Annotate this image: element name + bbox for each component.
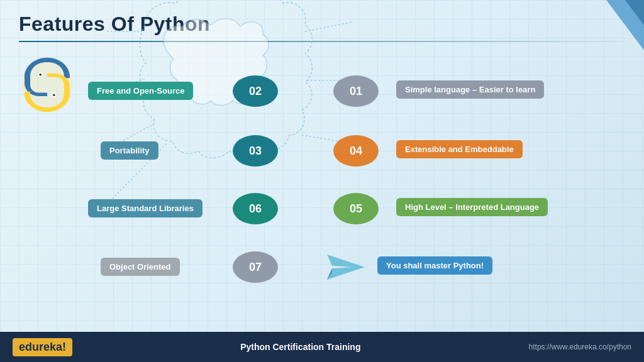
footer-url: https://www.edureka.co/python <box>529 343 631 351</box>
python-logo <box>19 57 75 113</box>
oval-04: 04 <box>333 135 379 167</box>
svg-point-4 <box>39 74 42 76</box>
label-simple-language: Simple language – Easier to learn <box>396 80 544 99</box>
svg-point-6 <box>53 94 55 96</box>
oval-06: 06 <box>233 193 278 224</box>
footer-logo-box: edureka! <box>13 338 72 356</box>
slide: Features Of Python <box>0 0 644 362</box>
footer-brand-name: edureka! <box>19 341 66 353</box>
label-portability: Portability <box>101 141 158 160</box>
oval-01: 01 <box>333 75 379 107</box>
label-large-libraries: Large Standard Libraries <box>88 199 203 217</box>
label-object-oriented: Object Oriented <box>101 258 180 276</box>
footer-brand: edureka! <box>13 338 72 356</box>
cloud-connector <box>107 0 352 220</box>
label-free-open-source: Free and Open-Source <box>88 82 193 100</box>
label-master-python: You shall master Python! <box>377 256 492 275</box>
footer: edureka! Python Certification Training h… <box>0 332 644 362</box>
oval-02: 02 <box>233 75 278 107</box>
svg-marker-14 <box>327 255 365 280</box>
oval-05: 05 <box>333 193 379 224</box>
oval-03: 03 <box>233 135 278 167</box>
oval-07: 07 <box>233 251 278 283</box>
label-extensible: Extensible and Embeddable <box>396 140 523 158</box>
label-high-level: High Level – Interpreted Language <box>396 198 548 216</box>
paper-plane-icon <box>327 255 365 280</box>
svg-line-11 <box>305 22 352 31</box>
footer-training-label: Python Certification Training <box>240 342 360 352</box>
